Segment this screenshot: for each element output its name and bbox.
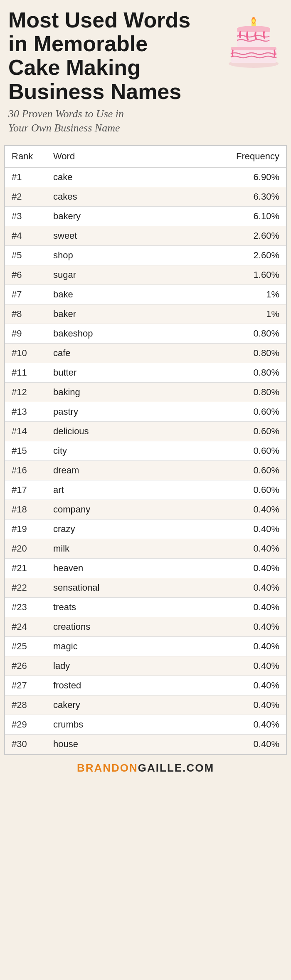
table-row: #30house0.40% <box>5 735 286 754</box>
cell-word: bakeshop <box>47 324 170 344</box>
cell-word: house <box>47 735 170 754</box>
subtitle: 30 Proven Words to Use in Your Own Busin… <box>8 107 220 135</box>
table-row: #9bakeshop0.80% <box>5 324 286 344</box>
table-row: #25magic0.40% <box>5 637 286 656</box>
column-word: Word <box>47 146 170 167</box>
table-row: #29crumbs0.40% <box>5 715 286 735</box>
cell-word: butter <box>47 363 170 383</box>
cell-frequency: 0.40% <box>170 520 286 539</box>
table-row: #13pastry0.60% <box>5 402 286 422</box>
cell-word: cake <box>47 167 170 187</box>
cell-word: company <box>47 500 170 520</box>
cell-rank: #28 <box>5 695 47 715</box>
cell-frequency: 0.60% <box>170 480 286 500</box>
cell-word: magic <box>47 637 170 656</box>
column-frequency: Frequency <box>170 146 286 167</box>
cell-word: sweet <box>47 226 170 246</box>
cell-word: baking <box>47 383 170 402</box>
cell-word: milk <box>47 539 170 559</box>
cell-frequency: 0.40% <box>170 735 286 754</box>
svg-rect-2 <box>231 47 276 50</box>
cell-frequency: 0.80% <box>170 383 286 402</box>
cell-word: bakery <box>47 207 170 226</box>
main-title: Most Used Words in Memorable Cake Making… <box>8 8 220 104</box>
cell-word: crumbs <box>47 715 170 735</box>
cell-rank: #22 <box>5 578 47 598</box>
brand-name-orange: BRANDON <box>77 762 138 774</box>
table-row: #26lady0.40% <box>5 656 286 676</box>
cell-rank: #30 <box>5 735 47 754</box>
cell-frequency: 1% <box>170 285 286 304</box>
table-row: #11butter0.80% <box>5 363 286 383</box>
cell-word: shop <box>47 246 170 265</box>
table-row: #27frosted0.40% <box>5 676 286 695</box>
cell-rank: #6 <box>5 265 47 285</box>
cell-frequency: 0.80% <box>170 344 286 363</box>
cell-rank: #16 <box>5 461 47 480</box>
cell-rank: #20 <box>5 539 47 559</box>
table-row: #14delicious0.60% <box>5 422 286 441</box>
cell-frequency: 0.40% <box>170 676 286 695</box>
table-row: #24creations0.40% <box>5 617 286 637</box>
cell-word: art <box>47 480 170 500</box>
brand-text: BRANDONGAILLE.COM <box>4 762 287 775</box>
cell-word: treats <box>47 598 170 617</box>
table-row: #17art0.60% <box>5 480 286 500</box>
cell-frequency: 6.10% <box>170 207 286 226</box>
svg-point-7 <box>252 19 255 23</box>
cell-frequency: 0.80% <box>170 363 286 383</box>
cell-word: dream <box>47 461 170 480</box>
table-row: #20milk0.40% <box>5 539 286 559</box>
table-row: #12baking0.80% <box>5 383 286 402</box>
cell-rank: #23 <box>5 598 47 617</box>
table-row: #8baker1% <box>5 304 286 324</box>
cell-word: crazy <box>47 520 170 539</box>
table-row: #21heaven0.40% <box>5 559 286 578</box>
cell-frequency: 0.40% <box>170 598 286 617</box>
cell-word: bake <box>47 285 170 304</box>
table-row: #28cakery0.40% <box>5 695 286 715</box>
cell-rank: #18 <box>5 500 47 520</box>
cell-rank: #13 <box>5 402 47 422</box>
table-row: #18company0.40% <box>5 500 286 520</box>
cell-frequency: 1.60% <box>170 265 286 285</box>
cell-frequency: 0.40% <box>170 578 286 598</box>
brand-name-dark: GAILLE.COM <box>138 762 214 774</box>
cell-word: delicious <box>47 422 170 441</box>
table-row: #22sensational0.40% <box>5 578 286 598</box>
table-header-row: Rank Word Frequency <box>5 146 286 167</box>
cell-rank: #5 <box>5 246 47 265</box>
cell-rank: #12 <box>5 383 47 402</box>
table-row: #23treats0.40% <box>5 598 286 617</box>
cell-frequency: 0.40% <box>170 656 286 676</box>
cell-frequency: 0.40% <box>170 695 286 715</box>
cell-word: cakery <box>47 695 170 715</box>
cell-rank: #8 <box>5 304 47 324</box>
cell-rank: #29 <box>5 715 47 735</box>
header-section: Most Used Words in Memorable Cake Making… <box>0 0 291 139</box>
cell-frequency: 0.40% <box>170 617 286 637</box>
cell-rank: #9 <box>5 324 47 344</box>
cell-rank: #2 <box>5 187 47 207</box>
cell-rank: #24 <box>5 617 47 637</box>
cell-frequency: 2.60% <box>170 246 286 265</box>
cell-rank: #27 <box>5 676 47 695</box>
table-row: #16dream0.60% <box>5 461 286 480</box>
svg-point-8 <box>237 26 270 32</box>
cell-word: sensational <box>47 578 170 598</box>
cell-word: cafe <box>47 344 170 363</box>
cell-frequency: 0.40% <box>170 637 286 656</box>
cell-frequency: 6.90% <box>170 167 286 187</box>
cell-frequency: 1% <box>170 304 286 324</box>
cell-frequency: 0.40% <box>170 715 286 735</box>
cell-rank: #10 <box>5 344 47 363</box>
cell-frequency: 0.60% <box>170 402 286 422</box>
cell-word: creations <box>47 617 170 637</box>
cell-rank: #4 <box>5 226 47 246</box>
cell-frequency: 0.60% <box>170 422 286 441</box>
column-rank: Rank <box>5 146 47 167</box>
cell-frequency: 6.30% <box>170 187 286 207</box>
table-row: #4sweet2.60% <box>5 226 286 246</box>
cake-illustration <box>224 10 283 69</box>
cell-rank: #17 <box>5 480 47 500</box>
